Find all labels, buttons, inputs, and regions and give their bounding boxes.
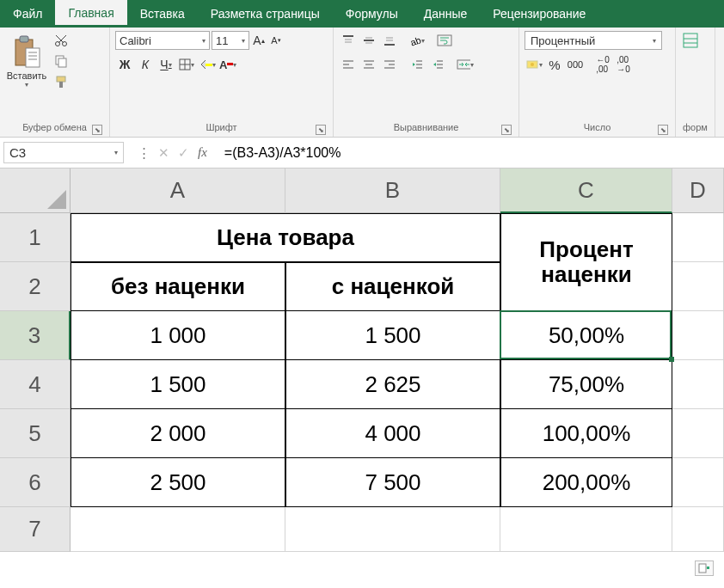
align-middle-button[interactable] — [359, 31, 378, 50]
cancel-formula-button[interactable]: ✕ — [158, 145, 169, 161]
number-format-value: Процентный — [531, 34, 595, 47]
currency-button[interactable]: ▾ — [525, 55, 543, 74]
wrap-text-button[interactable] — [435, 31, 454, 50]
col-header-A[interactable]: A — [71, 168, 285, 213]
cell-A5[interactable]: 2 000 — [71, 409, 285, 458]
outdent-button[interactable] — [408, 55, 426, 74]
chevron-down-icon: ▾ — [242, 37, 245, 45]
chevron-down-icon: ▾ — [202, 37, 206, 45]
cut-button[interactable] — [52, 31, 71, 50]
align-left-button[interactable] — [339, 55, 358, 74]
menu-item-0[interactable]: Файл — [0, 0, 55, 28]
borders-icon — [179, 58, 191, 70]
cell-B7[interactable] — [285, 507, 500, 552]
cells-area[interactable]: Цена товараПроцентнаценкибез наценкис на… — [71, 213, 724, 552]
merge-button[interactable]: ▾ — [456, 55, 475, 74]
paste-options-button[interactable] — [695, 560, 714, 576]
align-center-button[interactable] — [359, 55, 378, 74]
cell-D5[interactable] — [672, 409, 724, 458]
orientation-button[interactable]: ab▾ — [408, 31, 426, 50]
underline-button[interactable]: Ч ▾ — [156, 55, 175, 74]
cell-B4[interactable]: 2 625 — [285, 360, 500, 409]
row-header-3[interactable]: 3 — [0, 311, 71, 360]
col-header-D[interactable]: D — [672, 168, 724, 213]
accept-formula-button[interactable]: ✓ — [178, 145, 189, 161]
font-color-button[interactable]: A▾ — [218, 55, 237, 74]
align-top-button[interactable] — [339, 31, 358, 50]
cell-D4[interactable] — [672, 360, 724, 409]
cell-B6[interactable]: 7 500 — [285, 458, 500, 507]
grow-font-button[interactable]: A▴ — [251, 33, 267, 48]
cell-C6[interactable]: 200,00% — [500, 458, 672, 507]
cell-C7[interactable] — [500, 507, 672, 552]
dialog-launcher-icon[interactable]: ⬊ — [658, 125, 668, 135]
font-size-value: 11 — [216, 34, 228, 47]
cell-B5[interactable]: 4 000 — [285, 409, 500, 458]
col-header-C[interactable]: C — [500, 168, 672, 213]
cell-A2[interactable]: без наценки — [71, 262, 285, 311]
dialog-launcher-icon[interactable]: ⬊ — [316, 125, 326, 135]
row-header-1[interactable]: 1 — [0, 213, 71, 262]
menu-item-3[interactable]: Разметка страницы — [198, 0, 333, 28]
cell-D6[interactable] — [672, 458, 724, 507]
fill-color-button[interactable]: ▾ — [198, 55, 217, 74]
cell-C5[interactable]: 100,00% — [500, 409, 672, 458]
cell-C3[interactable]: 50,00% — [500, 311, 672, 360]
row-header-2[interactable]: 2 — [0, 262, 71, 311]
clipboard-icon — [12, 34, 41, 69]
dialog-launcher-icon[interactable]: ⬊ — [92, 125, 102, 135]
font-name-select[interactable]: Calibri▾ — [115, 31, 210, 50]
cell-B2[interactable]: с наценкой — [285, 262, 500, 311]
italic-button[interactable]: К — [136, 55, 155, 74]
indent-button[interactable] — [428, 55, 447, 74]
paste-button[interactable]: Вставить ▾ — [5, 31, 48, 98]
align-bottom-button[interactable] — [380, 31, 399, 50]
cell-A6[interactable]: 2 500 — [71, 458, 285, 507]
chevron-down-icon: ▾ — [191, 61, 194, 69]
row-header-5[interactable]: 5 — [0, 409, 71, 458]
cell-A3[interactable]: 1 000 — [71, 311, 285, 360]
cell-D7[interactable] — [672, 507, 724, 552]
dialog-launcher-icon[interactable]: ⬊ — [501, 125, 512, 135]
cell-D1[interactable] — [672, 213, 724, 262]
cell-D3[interactable] — [672, 311, 724, 360]
conditional-format-button[interactable] — [681, 31, 700, 50]
cell-B3[interactable]: 1 500 — [285, 311, 500, 360]
formula-input[interactable] — [218, 142, 724, 163]
shrink-font-button[interactable]: A▾ — [268, 33, 284, 48]
select-all-corner[interactable] — [0, 168, 71, 213]
menu-item-6[interactable]: Рецензирование — [480, 0, 598, 28]
menu-item-5[interactable]: Данные — [411, 0, 481, 28]
cell-A4[interactable]: 1 500 — [71, 360, 285, 409]
menu-item-4[interactable]: Формулы — [333, 0, 411, 28]
currency-icon — [525, 58, 539, 70]
cell-A7[interactable] — [71, 507, 285, 552]
col-header-B[interactable]: B — [285, 168, 500, 213]
svg-rect-50 — [707, 567, 709, 569]
cell-A1B1[interactable]: Цена товара — [71, 213, 500, 262]
align-right-button[interactable] — [380, 55, 399, 74]
chevron-down-icon: ▾ — [539, 61, 543, 69]
increase-decimal-button[interactable]: ←0,00 — [593, 55, 612, 74]
cell-C4[interactable]: 75,00% — [500, 360, 672, 409]
thousands-button[interactable]: 000 — [566, 55, 585, 74]
row-header-4[interactable]: 4 — [0, 360, 71, 409]
cell-D2[interactable] — [672, 262, 724, 311]
copy-button[interactable] — [52, 52, 71, 70]
font-size-select[interactable]: 11▾ — [212, 31, 249, 50]
chevron-down-icon: ▾ — [421, 37, 425, 45]
number-format-select[interactable]: Процентный▾ — [525, 31, 662, 50]
bold-button[interactable]: Ж — [115, 55, 134, 74]
format-painter-button[interactable] — [52, 72, 71, 91]
row-header-6[interactable]: 6 — [0, 458, 71, 507]
menu-item-1[interactable]: Главная — [55, 0, 126, 28]
row-header-7[interactable]: 7 — [0, 507, 71, 552]
fill-handle[interactable] — [669, 357, 674, 362]
menu-item-2[interactable]: Вставка — [127, 0, 198, 28]
percent-button[interactable]: % — [545, 55, 564, 74]
fx-icon[interactable]: fx — [198, 145, 207, 160]
decrease-decimal-button[interactable]: ,00→0 — [614, 55, 633, 74]
borders-button[interactable]: ▾ — [177, 55, 196, 74]
name-box[interactable]: C3▾ — [3, 142, 124, 163]
cell-C1C2[interactable]: Процентнаценки — [500, 213, 672, 311]
